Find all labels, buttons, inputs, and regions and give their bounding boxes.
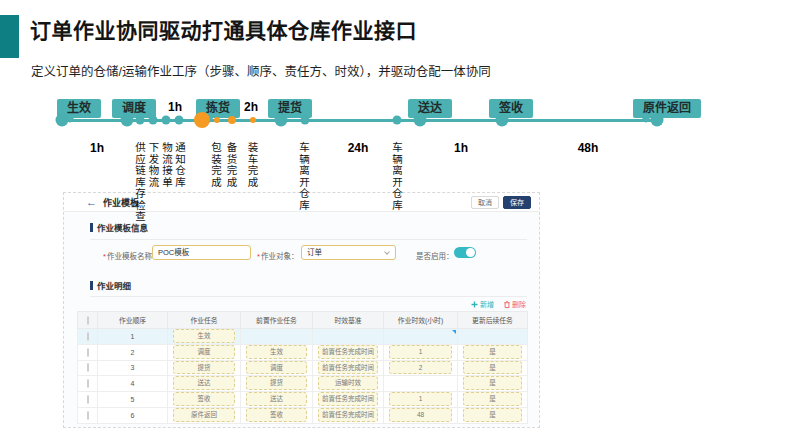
cell-pre[interactable]: 签收 [246,408,306,422]
table-row: 6 原件返回 签收 前置任务完成时间 48 是 [78,407,528,423]
divider [90,239,527,240]
table-row: 4 送达 提货 运输时效 是 [78,376,528,392]
title-accent-bar [0,15,19,58]
col-header-hours: 作业时效(小时) [384,312,458,329]
cell-basis[interactable]: 前置任务完成时间 [318,392,378,406]
cell-seq: 2 [98,344,168,360]
save-button[interactable]: 保存 [503,196,531,209]
row-checkbox[interactable] [87,379,89,388]
duration-label: 1h [168,100,182,114]
cell-hours[interactable]: 2 [389,361,451,375]
milestone-badge-original-return: 原件返回 [633,99,701,118]
cell-seq: 5 [98,392,168,408]
required-mark: * [103,252,106,261]
timeline-step-label: 下发物流 [147,142,159,188]
cell-task[interactable]: 签收 [173,392,234,406]
timeline-step-label: 备货完成 [225,142,237,188]
cancel-button[interactable]: 取消 [471,196,499,209]
enabled-toggle[interactable] [454,247,476,258]
cell-seq: 6 [98,407,168,423]
cell-pre[interactable]: 提货 [246,376,306,390]
col-header-pre: 前置作业任务 [241,312,313,329]
table-row: 5 签收 送达 前置任务完成时间 1 是 [78,392,528,408]
timeline-node [121,114,134,127]
section-title-task-detail: 作业明细 [90,279,131,291]
timeline-node [275,114,288,127]
timeline-node [56,114,69,127]
duration-label: 24h [348,141,369,155]
cell-pre[interactable]: 调度 [246,361,306,375]
timeline-node [136,116,145,125]
row-checkbox[interactable] [87,348,89,357]
section-bar [90,281,93,290]
cell-update[interactable]: 是 [463,376,522,390]
cell-task[interactable]: 原件返回 [173,408,234,422]
milestone-badge-pickup: 提货 [268,99,312,118]
cell-basis[interactable]: 前置任务完成时间 [318,345,378,359]
cell-basis[interactable]: 运输时效 [318,376,378,390]
timeline-node [194,112,210,128]
app-screenshot-panel: ← 作业模板 取消 保存 作业模板信息 *作业模板名称： POC模板 *作业对象… [63,192,540,428]
table-row: 3 提货 调度 前置任务完成时间 2 是 [78,360,528,376]
template-name-input[interactable]: POC模板 [152,245,251,260]
task-table: 作业顺序 作业任务 前置作业任务 时效基准 作业时效(小时) 更新后续任务 1 … [77,311,528,424]
timeline-node [301,116,310,125]
panel-content: 作业模板信息 *作业模板名称： POC模板 *作业对象： 订单 是否启用： 作业… [64,212,539,427]
cell-basis [313,329,384,345]
cell-hours [384,329,458,345]
toggle-knob [466,248,475,257]
add-row-link[interactable]: 新增 [471,299,494,309]
cell-pre[interactable]: 生效 [246,345,306,359]
table-row: 1 生效 [78,329,528,345]
timeline-node [175,116,184,125]
slide: 订单作业协同驱动打通具体仓库作业接口 定义订单的仓储/运输作业工序（步骤、顺序、… [0,0,800,434]
divider [90,296,527,297]
cell-hours[interactable]: 1 [389,345,451,359]
slide-title: 订单作业协同驱动打通具体仓库作业接口 [30,14,417,44]
cell-basis[interactable]: 前置任务完成时间 [318,361,378,375]
cell-update[interactable]: 是 [463,345,522,359]
col-header-task: 作业任务 [168,312,241,329]
timeline-step-label: 通知仓库 [174,142,186,188]
cell-task[interactable]: 送达 [173,376,234,390]
timeline-node [214,117,220,123]
col-header-seq: 作业顺序 [98,312,168,329]
enabled-label: 是否启用： [416,250,454,261]
delete-row-link[interactable]: 删除 [504,299,526,309]
timeline-step-label: 包装完成 [210,142,222,188]
cell-hours [384,376,458,392]
cell-hours[interactable]: 1 [389,392,451,406]
object-select[interactable]: 订单 [301,245,396,260]
cell-task[interactable]: 调度 [173,345,234,359]
timeline-node [149,116,158,125]
row-checkbox[interactable] [87,395,89,404]
cell-update[interactable]: 是 [463,408,522,422]
timeline-node [393,116,402,125]
add-icon [471,301,478,308]
section-title-template-info: 作业模板信息 [90,221,148,233]
chevron-down-icon [384,249,390,255]
milestone-badge-scheduling: 调度 [112,99,156,118]
cell-update[interactable]: 是 [463,392,522,406]
row-checkbox[interactable] [87,363,89,372]
milestone-badge-signed: 签收 [489,99,533,118]
required-mark: * [257,252,260,261]
cell-basis[interactable]: 前置任务完成时间 [318,408,378,422]
timeline-node [414,114,427,127]
timeline-node [651,114,664,127]
col-header-update: 更新后续任务 [458,312,528,329]
cell-task[interactable]: 生效 [173,329,234,343]
back-arrow-icon[interactable]: ← [86,197,97,208]
template-name-label: *作业模板名称： [103,250,159,261]
cell-pre[interactable]: 送达 [246,392,306,406]
timeline-node [496,114,509,127]
cell-hours[interactable]: 48 [389,408,451,422]
cell-task[interactable]: 提货 [173,361,234,375]
timeline-step-label: 物流接单 [161,142,173,188]
col-header-basis: 时效基准 [313,312,384,329]
select-all-checkbox[interactable] [87,316,89,325]
row-checkbox[interactable] [87,332,89,341]
cell-update[interactable]: 是 [463,361,522,375]
row-checkbox[interactable] [87,411,89,420]
cell-seq: 3 [98,360,168,376]
